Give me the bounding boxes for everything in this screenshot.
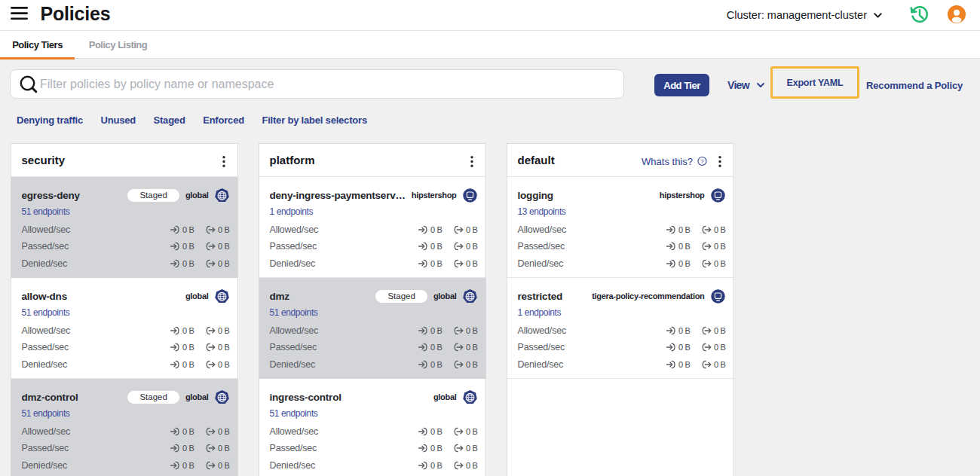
svg-text:?: ?: [700, 158, 703, 165]
